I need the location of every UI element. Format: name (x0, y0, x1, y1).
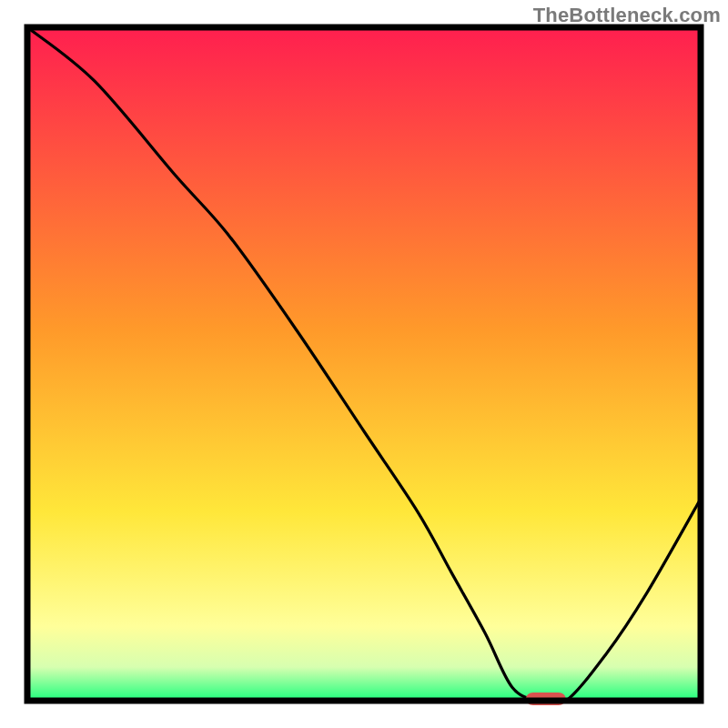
gradient-background (27, 27, 701, 701)
chart-frame: TheBottleneck.com (0, 0, 728, 728)
watermark-label: TheBottleneck.com (533, 4, 721, 27)
bottleneck-chart (0, 0, 728, 728)
plot-area (27, 27, 701, 705)
